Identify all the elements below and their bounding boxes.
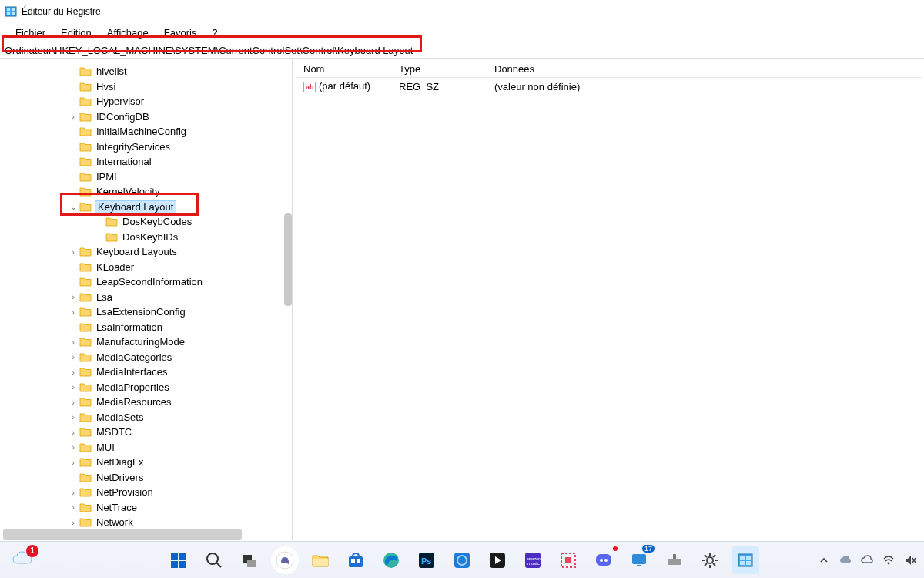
snipping-icon[interactable] — [554, 546, 582, 574]
svg-line-46 — [705, 563, 707, 566]
folder-icon — [79, 487, 92, 498]
folder-icon — [79, 156, 92, 167]
tree-item[interactable]: ›Keyboard Layouts — [3, 244, 292, 260]
value-row[interactable]: ab (par défaut) REG_SZ (valeur non défin… — [296, 78, 921, 95]
chevron-right-icon[interactable]: › — [68, 382, 79, 391]
tree-item[interactable]: KernelVelocity — [3, 184, 292, 200]
chevron-right-icon[interactable]: › — [68, 458, 79, 467]
regedit-taskbar-icon[interactable] — [732, 546, 759, 574]
tree-item[interactable]: International — [3, 154, 292, 170]
tree-item[interactable]: ›Network — [3, 515, 292, 530]
tree-item[interactable]: IntegrityServices — [3, 139, 292, 155]
tree-item[interactable]: DosKeybCodes — [3, 214, 292, 230]
settings-icon[interactable] — [696, 546, 724, 574]
tree-item[interactable]: NetDrivers — [3, 470, 292, 486]
menu-affichage[interactable]: Affichage — [99, 25, 156, 40]
tray-overflow-icon[interactable] — [818, 554, 830, 566]
svg-rect-50 — [746, 556, 751, 560]
search-icon[interactable] — [200, 546, 228, 574]
tree-vertical-scrollbar[interactable] — [284, 213, 292, 306]
discord-icon[interactable] — [590, 546, 618, 574]
tree-item[interactable]: ›MediaResources — [3, 395, 292, 410]
address-bar[interactable]: Ordinateur\HKEY_LOCAL_MACHINE\SYSTEM\Cur… — [0, 42, 924, 58]
tree-item[interactable]: ⌄Keyboard Layout — [3, 200, 292, 215]
chevron-right-icon[interactable]: › — [68, 247, 79, 257]
chevron-right-icon[interactable]: › — [68, 292, 79, 301]
tree-item[interactable]: IPMI — [3, 170, 292, 185]
svg-rect-49 — [740, 556, 745, 560]
tree-item[interactable]: ›NetDiagFx — [3, 455, 292, 470]
tree-item[interactable]: ›MUI — [3, 440, 292, 455]
taskbar-weather[interactable]: 1 — [11, 549, 34, 571]
app-monitor-icon[interactable]: 17 — [625, 546, 653, 574]
tree-item[interactable]: ›MediaCategories — [3, 350, 292, 365]
app-dark-icon[interactable] — [484, 546, 511, 574]
chevron-right-icon[interactable]: › — [68, 352, 79, 361]
menu-edition[interactable]: Edition — [53, 25, 99, 40]
window-title: Éditeur du Registre — [22, 6, 101, 17]
start-button[interactable] — [165, 546, 192, 574]
tree-item[interactable]: ›MediaInterfaces — [3, 365, 292, 380]
app-blue-icon[interactable] — [448, 546, 476, 574]
column-header-name[interactable]: Nom — [296, 63, 391, 75]
tree-item[interactable]: ›Lsa — [3, 290, 292, 305]
column-header-type[interactable]: Type — [391, 63, 487, 75]
tree-item[interactable]: ›MSDTC — [3, 425, 292, 440]
amazon-music-icon[interactable]: amazonmusic — [519, 546, 547, 574]
tree-item[interactable]: DosKeybIDs — [3, 230, 292, 245]
chevron-right-icon[interactable]: › — [68, 488, 79, 497]
app-tool-icon[interactable] — [661, 546, 688, 574]
tree-item[interactable]: InitialMachineConfig — [3, 124, 292, 139]
tree-item[interactable]: ›NetTrace — [3, 500, 292, 516]
tree-item[interactable]: ›ManufacturingMode — [3, 334, 292, 350]
task-view-icon[interactable] — [236, 546, 263, 574]
chevron-right-icon[interactable]: › — [68, 398, 79, 407]
tree-item[interactable]: Hypervisor — [3, 94, 292, 109]
values-pane[interactable]: Nom Type Données ab (par défaut) REG_SZ … — [293, 59, 924, 540]
tree-item[interactable]: ›LsaExtensionConfig — [3, 304, 292, 320]
chevron-right-icon[interactable]: › — [68, 502, 79, 512]
wifi-icon[interactable] — [882, 554, 895, 566]
tree-item[interactable]: KLoader — [3, 260, 292, 275]
tree-item[interactable]: LeapSecondInformation — [3, 274, 292, 290]
chevron-right-icon[interactable]: › — [68, 518, 79, 527]
tree-horizontal-scrollbar[interactable] — [3, 529, 281, 540]
store-icon[interactable] — [342, 546, 370, 574]
file-explorer-icon[interactable] — [306, 546, 334, 574]
chevron-right-icon[interactable]: › — [68, 368, 79, 377]
chevron-right-icon[interactable]: › — [68, 442, 79, 452]
chat-icon[interactable] — [271, 546, 299, 574]
column-header-data[interactable]: Données — [487, 63, 921, 75]
tree-item[interactable]: ›IDConfigDB — [3, 109, 292, 125]
onedrive-alt-icon[interactable] — [861, 554, 873, 566]
chevron-right-icon[interactable]: › — [68, 338, 79, 347]
chevron-down-icon[interactable]: ⌄ — [68, 202, 79, 212]
content-area: hivelistHvsiHypervisor›IDConfigDBInitial… — [0, 59, 924, 540]
tree-item[interactable]: ›NetProvision — [3, 485, 292, 500]
tree-item[interactable]: hivelist — [3, 64, 292, 79]
volume-icon[interactable] — [904, 554, 916, 566]
menu-favoris[interactable]: Favoris — [156, 25, 205, 40]
svg-rect-8 — [179, 553, 186, 560]
tree-item-label: NetProvision — [95, 486, 155, 498]
folder-icon — [79, 96, 92, 107]
onedrive-icon[interactable] — [839, 554, 852, 566]
tree-item[interactable]: ›MediaSets — [3, 410, 292, 425]
photoshop-icon[interactable]: Ps — [413, 546, 440, 574]
chevron-right-icon[interactable]: › — [68, 112, 79, 121]
chevron-right-icon[interactable]: › — [68, 412, 79, 422]
chevron-right-icon[interactable]: › — [68, 307, 79, 317]
edge-icon[interactable] — [377, 546, 405, 574]
tree-pane[interactable]: hivelistHvsiHypervisor›IDConfigDBInitial… — [0, 59, 293, 540]
svg-rect-17 — [349, 556, 363, 567]
menu-help[interactable]: ? — [204, 25, 225, 40]
chevron-right-icon[interactable]: › — [68, 428, 79, 437]
tree-item[interactable]: Hvsi — [3, 79, 292, 95]
svg-point-34 — [604, 559, 608, 562]
folder-icon — [79, 261, 92, 272]
tree-item[interactable]: LsaInformation — [3, 320, 292, 335]
value-data: (valeur non définie) — [487, 81, 921, 92]
tree-item[interactable]: ›MediaProperties — [3, 380, 292, 395]
address-bar-container: Ordinateur\HKEY_LOCAL_MACHINE\SYSTEM\Cur… — [0, 42, 924, 59]
menu-fichier[interactable]: Fichier — [8, 25, 53, 40]
